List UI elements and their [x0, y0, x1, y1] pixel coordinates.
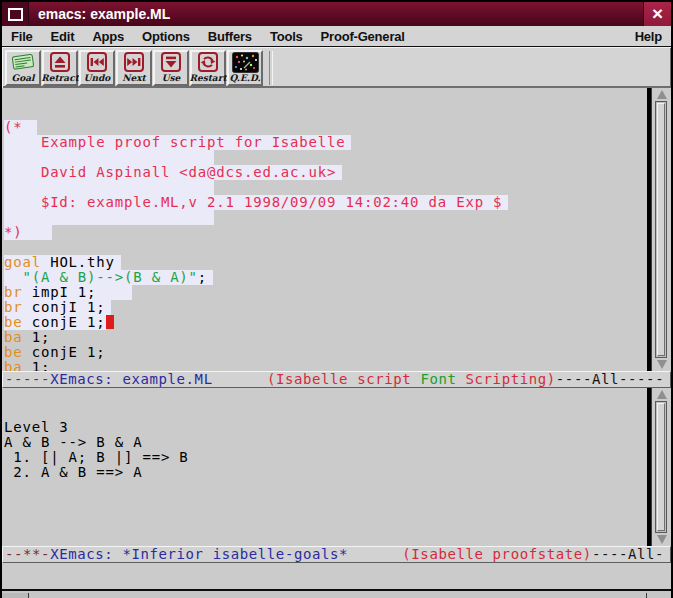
code-line: (* [4, 120, 647, 135]
scroll-down-icon[interactable] [654, 358, 669, 371]
next-forward-icon [122, 52, 146, 73]
locked-region-highlight: be conjE 1; [4, 315, 106, 330]
minibuffer[interactable] [2, 563, 671, 589]
code-token: conjI 1; [22, 299, 105, 315]
goals-line: Level 3 [4, 420, 647, 435]
locked-region-highlight [4, 150, 214, 165]
code-token: *) [4, 224, 22, 240]
goals-buffer[interactable]: Level 3A & B --> B & A 1. [| A; B |] ==>… [2, 388, 647, 546]
menu-edit[interactable]: Edit [42, 29, 84, 44]
window-icon-glyph [8, 8, 23, 21]
code-token: David Aspinall <da@dcs.ed.ac.uk> [4, 164, 336, 180]
bottom-border [2, 589, 671, 598]
scroll-down-icon[interactable] [654, 533, 669, 546]
code-line: ba 1; [4, 360, 647, 371]
modeline-segment: (Isabelle script [267, 371, 421, 387]
code-line [4, 180, 647, 195]
modeline-segment: ----- [5, 371, 50, 387]
code-token: (* [4, 119, 22, 135]
code-line: $Id: example.ML,v 2.1 1998/09/09 14:02:4… [4, 195, 647, 210]
bottom-right-divider [646, 593, 647, 598]
code-line [4, 240, 647, 255]
modeline-segment: ----All----- [556, 371, 664, 387]
scrollbar-thumb[interactable] [657, 403, 665, 531]
locked-region-highlight: (* [4, 120, 37, 135]
scrollbar-track[interactable] [655, 101, 667, 358]
menu-buffers[interactable]: Buffers [199, 29, 261, 44]
code-token: 1; [22, 359, 50, 371]
text-cursor [106, 315, 114, 329]
menu-options[interactable]: Options [133, 29, 199, 44]
modeline-goals[interactable]: --**-XEmacs: *Inferior isabelle-goals* (… [2, 546, 671, 563]
modeline-segment [348, 546, 402, 562]
code-line [4, 150, 647, 165]
xemacs-window: emacs: example.ML × FileEditAppsOptionsB… [0, 0, 673, 598]
menu-tools[interactable]: Tools [261, 29, 312, 44]
menu-apps[interactable]: Apps [83, 29, 133, 44]
code-line [4, 210, 647, 225]
retract-eject-icon [48, 52, 72, 73]
code-token [4, 269, 22, 285]
modeline-script[interactable]: -----XEmacs: example.ML (Isabelle script… [2, 371, 671, 388]
goals-line: 1. [| A; B |] ==> B [4, 450, 647, 465]
toolbar-retract-button[interactable]: Retract [42, 50, 78, 86]
menu-proof-general[interactable]: Proof-General [312, 29, 414, 44]
goals-scrollbar[interactable] [651, 388, 671, 546]
modeline-segment: Scripting) [457, 371, 556, 387]
locked-region-highlight: *) [4, 225, 52, 240]
toolbar-separator [269, 51, 273, 85]
toolbar-use-button[interactable]: Use [153, 50, 189, 86]
code-token: be [4, 314, 22, 330]
scroll-up-icon[interactable] [654, 88, 669, 101]
locked-region-highlight: goal HOL.thy [4, 255, 121, 270]
restart-cycle-icon [196, 52, 220, 73]
code-line: be conjE 1; [4, 315, 647, 330]
window-menu-icon[interactable] [2, 2, 29, 26]
scrollbar-thumb[interactable] [657, 103, 665, 356]
code-token: impI 1; [22, 284, 96, 300]
menu-help[interactable]: Help [626, 29, 671, 44]
locked-region-highlight: br conjI 1; [4, 300, 111, 315]
toolbar-button-label: Retract [41, 73, 79, 83]
code-line: David Aspinall <da@dcs.ed.ac.uk> [4, 165, 647, 180]
use-download-icon [159, 52, 183, 73]
code-token: ba [4, 329, 22, 345]
toolbar-button-label: Use [162, 73, 181, 83]
toolbar-restart-button[interactable]: Restart [190, 50, 226, 86]
toolbar-goal-button[interactable]: Goal [5, 50, 41, 86]
code-line: ba 1; [4, 330, 647, 345]
code-token: 1; [22, 329, 50, 345]
modeline-segment: ----All- [592, 546, 664, 562]
code-token: be [4, 344, 22, 360]
scroll-up-icon[interactable] [654, 388, 669, 401]
script-scrollbar[interactable] [651, 88, 671, 371]
script-buffer[interactable]: (* Example proof script for Isabelle Dav… [2, 88, 647, 371]
code-token: goal [4, 254, 41, 270]
toolbar-next-button[interactable]: Next [116, 50, 152, 86]
modeline-segment: Font [420, 371, 456, 387]
toolbar-undo-button[interactable]: Undo [79, 50, 115, 86]
code-token: $Id: example.ML,v 2.1 1998/09/09 14:02:4… [4, 194, 502, 210]
code-line: "(A & B)-->(B & A)"; [4, 270, 647, 285]
scrollbar-track[interactable] [655, 401, 667, 533]
menu-file[interactable]: File [2, 29, 42, 44]
modeline-segment: --**- [5, 546, 50, 562]
modeline-segment [213, 371, 267, 387]
code-token: br [4, 284, 22, 300]
script-lines: (* Example proof script for Isabelle Dav… [2, 118, 647, 371]
titlebar[interactable]: emacs: example.ML × [2, 2, 671, 26]
code-line: Example proof script for Isabelle [4, 135, 647, 150]
close-button[interactable]: × [643, 2, 671, 26]
undo-rewind-icon [85, 52, 109, 73]
goals-line: 2. A & B ==> A [4, 465, 647, 480]
goals-line: A & B --> B & A [4, 435, 647, 450]
window-title: emacs: example.ML [29, 2, 643, 26]
locked-region-highlight: Example proof script for Isabelle [4, 135, 351, 150]
toolbar-qed-button[interactable]: Q.E.D. [227, 50, 263, 86]
modeline-segment: XEmacs: *Inferior isabelle-goals* [50, 546, 348, 562]
goals-lines: Level 3A & B --> B & A 1. [| A; B |] ==>… [2, 418, 647, 480]
code-token: "(A & B)-->(B & A)" [22, 269, 197, 285]
code-token: HOL.thy [41, 254, 115, 270]
code-token: ; [198, 269, 207, 285]
code-token: Example proof script for Isabelle [4, 134, 345, 150]
